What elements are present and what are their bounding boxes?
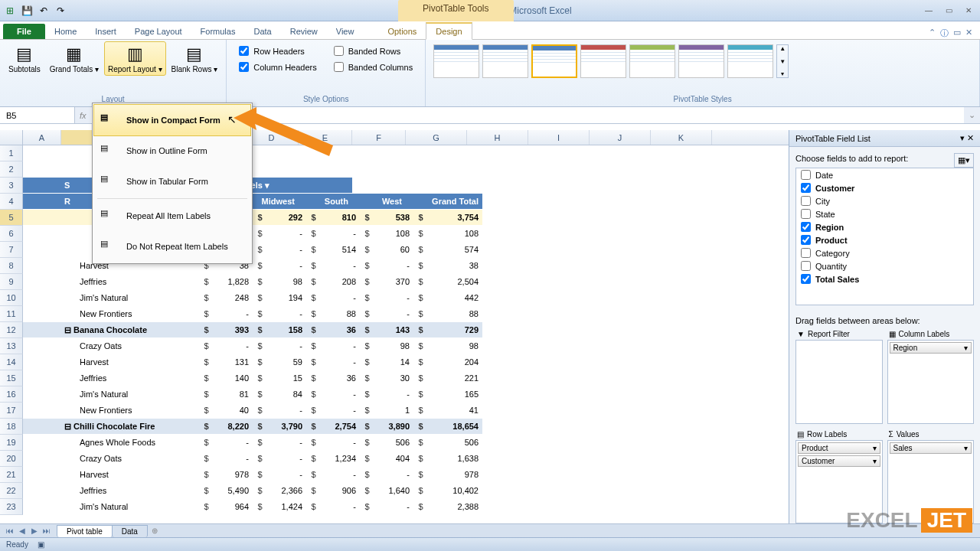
cell[interactable]: $	[360, 403, 375, 418]
cell[interactable]	[23, 338, 61, 354]
cell[interactable]: 36	[322, 370, 360, 386]
cell[interactable]: 81	[214, 386, 253, 402]
cell[interactable]	[23, 419, 61, 434]
cell[interactable]: 404	[375, 451, 413, 466]
undo-icon[interactable]: ↶	[37, 4, 51, 18]
row-header[interactable]: 15	[0, 370, 23, 386]
cell[interactable]: $	[413, 370, 429, 386]
cell[interactable]: -	[375, 467, 413, 482]
cell[interactable]: $	[360, 242, 375, 257]
cell[interactable]: Crazy Oats	[61, 338, 199, 354]
cell[interactable]: $	[199, 499, 214, 514]
cell[interactable]: $	[360, 370, 375, 386]
field-list-close-icon[interactable]: ✕	[967, 133, 974, 142]
cell[interactable]: 978	[214, 467, 253, 482]
cell[interactable]: -	[214, 451, 253, 466]
cell[interactable]: 36	[322, 322, 360, 337]
cell[interactable]: $	[360, 467, 375, 482]
cell[interactable]: 165	[429, 386, 482, 402]
cell[interactable]: 964	[214, 499, 253, 514]
show-outline-form[interactable]: ▤ Show in Outline Form	[94, 135, 250, 166]
cell[interactable]: 108	[375, 226, 413, 241]
row-header[interactable]: 6	[0, 226, 23, 242]
style-thumb[interactable]	[727, 44, 773, 78]
cell[interactable]: 2,366	[268, 483, 306, 498]
cell[interactable]: Jim's Natural	[61, 499, 199, 514]
cell[interactable]: $	[306, 403, 322, 418]
cell[interactable]: $	[413, 290, 429, 305]
cell[interactable]: 40	[214, 403, 253, 418]
cell[interactable]: $	[199, 274, 214, 289]
cell[interactable]	[23, 499, 61, 514]
cell[interactable]: 143	[375, 322, 413, 337]
row-header[interactable]: 17	[0, 403, 23, 419]
cell[interactable]: $	[360, 274, 375, 289]
grand-totals-button[interactable]: ▦ Grand Totals ▾	[46, 41, 103, 76]
tab-design[interactable]: Design	[426, 22, 472, 40]
cell[interactable]: $	[413, 386, 429, 402]
row-header[interactable]: 8	[0, 258, 23, 274]
cell[interactable]: 18,654	[429, 419, 482, 434]
cell[interactable]	[23, 226, 61, 241]
cell[interactable]: Jim's Natural	[61, 290, 199, 305]
cell[interactable]: -	[322, 499, 360, 514]
field-pill-sales[interactable]: Sales▾	[890, 442, 972, 454]
cell[interactable]	[23, 403, 61, 418]
cell[interactable]: -	[214, 338, 253, 354]
field-pill-product[interactable]: Product▾	[798, 442, 880, 454]
cell[interactable]: $	[253, 258, 268, 273]
cell[interactable]: $	[199, 403, 214, 418]
col-header-g[interactable]: G	[406, 130, 467, 145]
cell[interactable]: 10,402	[429, 483, 482, 498]
cell[interactable]	[23, 178, 61, 193]
ribbon-close-icon[interactable]: ✕	[965, 28, 972, 39]
tab-options[interactable]: Options	[378, 24, 426, 39]
field-list-dropdown-icon[interactable]: ▾	[960, 133, 965, 142]
field-date[interactable]: Date	[796, 168, 973, 181]
banded-rows-checkbox[interactable]: Banded Rows	[334, 46, 413, 56]
cell[interactable]: $	[199, 338, 214, 354]
cell[interactable]: $	[360, 419, 375, 434]
cell[interactable]: $	[360, 499, 375, 514]
cell[interactable]: $	[360, 483, 375, 498]
cell[interactable]: -	[214, 435, 253, 450]
cell[interactable]: Jim's Natural	[61, 386, 199, 402]
cell[interactable]: $	[306, 419, 322, 434]
cell[interactable]: $	[306, 483, 322, 498]
cell[interactable]: $	[253, 274, 268, 289]
cell[interactable]: 2,504	[429, 274, 482, 289]
cell[interactable]: 59	[268, 354, 306, 370]
cell[interactable]: 140	[214, 370, 253, 386]
row-header[interactable]: 1	[0, 145, 23, 161]
cell[interactable]: 1,234	[322, 451, 360, 466]
cell[interactable]: 221	[429, 370, 482, 386]
cell[interactable]: Agnes Whole Foods	[61, 435, 199, 450]
field-state[interactable]: State	[796, 207, 973, 220]
cell[interactable]: -	[322, 258, 360, 273]
cell[interactable]: 506	[375, 435, 413, 450]
col-header-i[interactable]: I	[528, 130, 590, 145]
row-header[interactable]: 12	[0, 322, 23, 338]
cell[interactable]: $	[306, 210, 322, 225]
cell[interactable]: $	[360, 210, 375, 225]
macro-record-icon[interactable]: ▣	[38, 540, 44, 549]
cell[interactable]: -	[268, 338, 306, 354]
cell[interactable]: $	[360, 435, 375, 450]
cell[interactable]: -	[268, 226, 306, 241]
cell[interactable]: $	[413, 467, 429, 482]
cell[interactable]: $	[413, 274, 429, 289]
column-labels-box[interactable]: Region▾	[887, 340, 975, 424]
tab-data[interactable]: Data	[244, 24, 280, 39]
cell[interactable]: $	[413, 403, 429, 418]
cell[interactable]: Harvest	[61, 467, 199, 482]
cell[interactable]: 30	[375, 370, 413, 386]
cell[interactable]: $	[253, 242, 268, 257]
cell[interactable]: -	[268, 403, 306, 418]
cell[interactable]	[23, 242, 61, 257]
select-all-corner[interactable]	[0, 130, 23, 145]
cell[interactable]: Crazy Oats	[61, 451, 199, 466]
field-list-fields[interactable]: DateCustomerCityStateRegionProductCatego…	[795, 168, 974, 305]
cell[interactable]: ⊟ Chilli Chocolate Fire	[61, 419, 199, 434]
next-sheet-icon[interactable]: ▶	[29, 527, 40, 535]
cell[interactable]: $	[253, 290, 268, 305]
